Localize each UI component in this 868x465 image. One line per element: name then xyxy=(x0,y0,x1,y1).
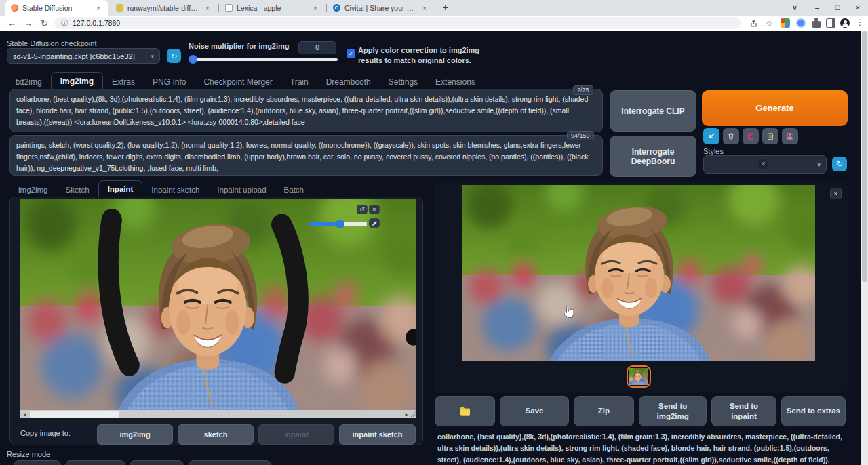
resize-mode-option[interactable] xyxy=(130,460,184,465)
tab-close-icon[interactable]: × xyxy=(203,4,212,12)
extra-networks-button[interactable] xyxy=(743,128,759,144)
bookmark-star-icon[interactable]: ☆ xyxy=(763,17,776,30)
folder-icon xyxy=(460,407,471,416)
url-text: 127.0.0.1:7860 xyxy=(73,19,120,27)
tab-separator xyxy=(218,4,219,12)
interrogate-deepbooru-button[interactable]: Interrogate DeepBooru xyxy=(610,136,696,177)
prompt-token-counter: 2/75 xyxy=(573,85,593,95)
tab-title: Civitai | Share your models xyxy=(344,4,416,12)
civitai-favicon-icon: C xyxy=(333,4,340,12)
tab-close-icon[interactable]: × xyxy=(94,4,103,12)
inpaint-canvas[interactable] xyxy=(20,199,416,411)
brush-size-handle[interactable] xyxy=(336,220,344,228)
tab-close-icon[interactable]: × xyxy=(420,4,429,12)
copy-image-to-label: Copy image to: xyxy=(20,429,71,437)
send-to-img2img-button[interactable]: Send to img2img xyxy=(639,396,707,426)
gallery-close-button[interactable]: × xyxy=(830,188,842,199)
scroll-left-icon[interactable]: ◂ xyxy=(20,410,29,418)
color-correction-checkbox[interactable]: ✓ xyxy=(347,49,355,58)
screen: Stable Diffusion × runwayml/stable-diffu… xyxy=(0,0,868,465)
resize-mode-option[interactable] xyxy=(14,460,61,465)
noise-multiplier-label: Noise multiplier for img2img xyxy=(189,42,290,50)
tab-search-icon[interactable]: ∨ xyxy=(785,0,805,15)
copy-to-sketch-button[interactable]: sketch xyxy=(178,424,254,445)
extension-circle-icon[interactable] xyxy=(796,18,806,28)
copy-to-inpaint-sketch-button[interactable]: inpaint sketch xyxy=(339,424,416,445)
paste-generation-params-button[interactable] xyxy=(703,128,719,144)
sidebar-icon[interactable] xyxy=(826,18,835,28)
window-close-button[interactable]: × xyxy=(848,0,868,15)
styles-clear-icon[interactable]: × xyxy=(758,159,768,169)
interrogate-clip-button[interactable]: Interrogate CLIP xyxy=(610,90,696,132)
tab-title: Stable Diffusion xyxy=(22,4,90,12)
refresh-checkpoint-button[interactable]: ↻ xyxy=(167,49,181,63)
copy-to-inpaint-button-disabled: inpaint xyxy=(258,424,334,445)
save-style-button[interactable] xyxy=(782,128,798,144)
open-folder-button[interactable] xyxy=(435,396,495,426)
styles-label: Styles xyxy=(703,147,724,155)
generation-info-text: collarbone, (best quality),(8k, 3d),(pho… xyxy=(437,431,846,465)
canvas-resize-grip[interactable] xyxy=(410,411,416,418)
browser-tab-lexica[interactable]: Lexica - apple × xyxy=(220,0,326,16)
reload-button[interactable]: ↻ xyxy=(38,17,51,30)
negative-token-counter: 94/150 xyxy=(567,131,594,140)
profile-avatar[interactable] xyxy=(840,18,850,28)
resize-mode-option[interactable] xyxy=(189,460,271,465)
browser-tab-civitai[interactable]: C Civitai | Share your models × xyxy=(328,0,435,16)
tab-title: Lexica - apple xyxy=(237,4,307,12)
prompt-textarea[interactable]: collarbone, (best quality),(8k, 3d),(pho… xyxy=(9,89,603,132)
address-bar[interactable]: ⓘ 127.0.0.1:7860 xyxy=(54,17,741,29)
send-to-inpaint-button[interactable]: Send to inpaint xyxy=(711,396,776,426)
page-scrollbar-thumb[interactable] xyxy=(862,31,867,282)
noise-slider-handle[interactable] xyxy=(189,55,197,64)
page-scrollbar[interactable] xyxy=(861,31,868,465)
checkpoint-value: sd-v1-5-inpainting.ckpt [c6bbc15e32] xyxy=(13,52,135,60)
generate-button[interactable]: Generate xyxy=(702,90,848,126)
browser-tab-runwayml[interactable]: runwayml/stable-diffusion-inpai × xyxy=(111,0,218,16)
checkpoint-label: Stable Diffusion checkpoint xyxy=(7,39,97,47)
scrollbar-thumb[interactable] xyxy=(30,411,119,418)
browser-menu-icon[interactable]: ⋮ xyxy=(856,18,864,27)
save-button[interactable]: Save xyxy=(500,396,568,426)
canvas-h-scrollbar[interactable]: ◂ ▸ xyxy=(20,410,416,418)
tab-inpaint[interactable]: Inpaint xyxy=(98,180,143,199)
styles-dropdown[interactable]: × ▾ xyxy=(703,155,827,174)
chevron-down-icon: ▾ xyxy=(151,53,154,60)
tab-title: runwayml/stable-diffusion-inpai xyxy=(127,4,199,12)
clear-prompt-trash-button[interactable] xyxy=(723,128,739,144)
copy-to-img2img-button[interactable]: img2img xyxy=(97,424,173,445)
tab-close-icon[interactable]: × xyxy=(311,4,320,12)
output-image[interactable] xyxy=(462,185,815,361)
zip-button[interactable]: Zip xyxy=(574,396,634,426)
extension-grid-icon[interactable] xyxy=(781,18,790,28)
window-maximize-button[interactable]: □ xyxy=(827,0,848,15)
resize-mode-option[interactable] xyxy=(65,460,125,465)
checkpoint-dropdown[interactable]: sd-v1-5-inpainting.ckpt [c6bbc15e32] ▾ xyxy=(7,48,160,64)
window-minimize-button[interactable]: – xyxy=(807,0,827,15)
canvas-remove-image-button[interactable]: × xyxy=(369,205,380,214)
site-info-icon[interactable]: ⓘ xyxy=(61,18,68,28)
browser-tab-strip: Stable Diffusion × runwayml/stable-diffu… xyxy=(0,0,868,16)
prompt-utility-row xyxy=(703,128,798,144)
send-to-extras-button[interactable]: Send to extras xyxy=(781,396,846,426)
negative-prompt-textarea[interactable]: paintings, sketch, (worst quality:2), (l… xyxy=(9,135,603,176)
forward-button[interactable]: → xyxy=(22,17,35,30)
hand-cursor xyxy=(563,305,574,319)
brush-pencil-icon[interactable] xyxy=(369,218,380,228)
back-button[interactable]: ← xyxy=(5,17,18,30)
canvas-undo-button[interactable]: ↺ xyxy=(357,205,368,214)
stable-diffusion-favicon-icon xyxy=(11,4,18,12)
new-tab-button[interactable]: + xyxy=(439,2,451,14)
lexica-favicon-icon xyxy=(225,4,233,12)
refresh-styles-button[interactable]: ↻ xyxy=(832,157,847,171)
browser-tab-stable-diffusion[interactable]: Stable Diffusion × xyxy=(5,0,108,16)
share-icon[interactable] xyxy=(747,17,760,30)
output-actions-row: Save Zip Send to img2img Send to inpaint… xyxy=(435,396,846,426)
gallery-thumbnail-selected[interactable] xyxy=(627,365,651,388)
noise-multiplier-value[interactable]: 0 xyxy=(298,41,336,54)
noise-multiplier-slider[interactable] xyxy=(191,58,338,61)
tab-separator xyxy=(326,4,327,12)
apply-style-clipboard-button[interactable] xyxy=(762,128,778,144)
resize-mode-label: Resize mode xyxy=(7,450,50,458)
runwayml-favicon-icon xyxy=(116,4,123,12)
